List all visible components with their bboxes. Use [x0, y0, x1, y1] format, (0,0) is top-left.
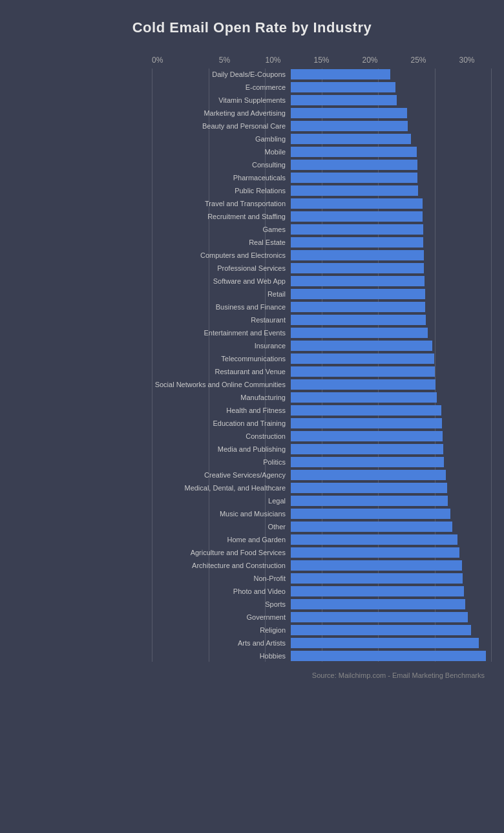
bar-track — [291, 121, 491, 131]
bar-label: Marketing and Advertising — [152, 109, 291, 117]
bar-label: Mobile — [152, 148, 291, 156]
bar-fill — [291, 134, 411, 144]
bar-row: Non-Profit — [152, 573, 491, 584]
bar-label: E-commerce — [152, 83, 291, 91]
bar-row: Professional Services — [152, 262, 491, 274]
bar-row: Government — [152, 611, 491, 623]
bar-row: Media and Publishing — [152, 443, 491, 455]
bars-wrapper: Daily Deals/E-CouponsE-commerceVitamin S… — [152, 69, 491, 662]
bar-label: Manufacturing — [152, 394, 291, 401]
bar-track — [291, 134, 491, 144]
x-axis-labels: 0%5%10%15%20%25%30% — [152, 56, 491, 65]
bar-track — [291, 496, 491, 506]
bar-label: Entertainment and Events — [152, 329, 291, 337]
chart-container: Cold Email Open Rate by Industry 0%5%10%… — [0, 0, 504, 712]
bar-row: Hobbies — [152, 650, 491, 662]
bar-fill — [291, 612, 468, 622]
x-axis-label: 25% — [394, 56, 443, 65]
bar-track — [291, 444, 491, 454]
bar-track — [291, 147, 491, 157]
bar-row: Creative Services/Agency — [152, 469, 491, 481]
bar-track — [291, 185, 491, 196]
bar-label: Retail — [152, 290, 291, 298]
bar-label: Non-Profit — [152, 575, 291, 582]
bar-row: Agriculture and Food Services — [152, 547, 491, 558]
bar-label: Consulting — [152, 161, 291, 169]
bar-row: Consulting — [152, 159, 491, 171]
bar-label: Agriculture and Food Services — [152, 549, 291, 556]
bar-label: Media and Publishing — [152, 445, 291, 453]
bar-fill — [291, 341, 432, 351]
bar-track — [291, 638, 491, 648]
bar-track — [291, 379, 491, 390]
bar-fill — [291, 418, 442, 428]
bar-fill — [291, 509, 450, 519]
bar-fill — [291, 638, 479, 648]
bar-fill — [291, 431, 443, 441]
bar-label: Real Estate — [152, 238, 291, 246]
bar-label: Travel and Transportation — [152, 200, 291, 207]
bar-fill — [291, 185, 418, 196]
bar-label: Religion — [152, 626, 291, 634]
chart-area: 0%5%10%15%20%25%30% Daily Deals/E-Coupon… — [13, 56, 491, 662]
bar-label: Hobbies — [152, 652, 291, 660]
bar-label: Vitamin Supplements — [152, 96, 291, 104]
bar-track — [291, 328, 491, 338]
bar-fill — [291, 276, 425, 286]
bar-row: Software and Web App — [152, 275, 491, 287]
bar-row: E-commerce — [152, 81, 491, 93]
bar-fill — [291, 366, 435, 377]
chart-title: Cold Email Open Rate by Industry — [13, 19, 491, 36]
bar-fill — [291, 302, 425, 312]
bar-row: Photo and Video — [152, 585, 491, 597]
bar-fill — [291, 405, 441, 416]
bar-row: Travel and Transportation — [152, 198, 491, 209]
bar-row: Social Networks and Online Communities — [152, 379, 491, 390]
bar-track — [291, 160, 491, 170]
bar-label: Sports — [152, 600, 291, 608]
bar-label: Pharmaceuticals — [152, 174, 291, 182]
grid-line — [491, 69, 492, 662]
bar-row: Games — [152, 224, 491, 235]
bar-fill — [291, 69, 390, 79]
bar-track — [291, 522, 491, 532]
bar-label: Architecture and Construction — [152, 562, 291, 569]
bar-fill — [291, 586, 464, 596]
bar-track — [291, 392, 491, 403]
bar-track — [291, 418, 491, 428]
bar-track — [291, 263, 491, 273]
bar-row: Retail — [152, 288, 491, 300]
bar-fill — [291, 353, 434, 364]
bar-track — [291, 534, 491, 545]
bar-fill — [291, 121, 408, 131]
bar-track — [291, 573, 491, 584]
bar-row: Education and Training — [152, 417, 491, 429]
bar-fill — [291, 82, 395, 92]
bar-fill — [291, 651, 486, 661]
bar-label: Recruitment and Staffing — [152, 213, 291, 220]
bar-row: Arts and Artists — [152, 637, 491, 649]
bar-row: Vitamin Supplements — [152, 94, 491, 106]
bar-row: Architecture and Construction — [152, 560, 491, 571]
bar-label: Computers and Electronics — [152, 251, 291, 259]
bar-row: Beauty and Personal Care — [152, 120, 491, 132]
bar-row: Pharmaceuticals — [152, 172, 491, 184]
bar-label: Social Networks and Online Communities — [152, 381, 291, 388]
x-axis-label: 15% — [297, 56, 346, 65]
bar-track — [291, 625, 491, 635]
bar-row: Daily Deals/E-Coupons — [152, 69, 491, 80]
bar-fill — [291, 470, 446, 480]
bar-row: Politics — [152, 456, 491, 468]
bar-fill — [291, 250, 424, 260]
bar-row: Religion — [152, 624, 491, 636]
bar-track — [291, 198, 491, 209]
x-axis-label: 0% — [152, 56, 200, 65]
bar-fill — [291, 211, 423, 222]
bar-fill — [291, 263, 424, 273]
bar-fill — [291, 147, 417, 157]
bar-track — [291, 341, 491, 351]
bar-label: Insurance — [152, 342, 291, 350]
bar-track — [291, 586, 491, 596]
bar-row: Telecommunications — [152, 353, 491, 364]
bar-fill — [291, 379, 436, 390]
